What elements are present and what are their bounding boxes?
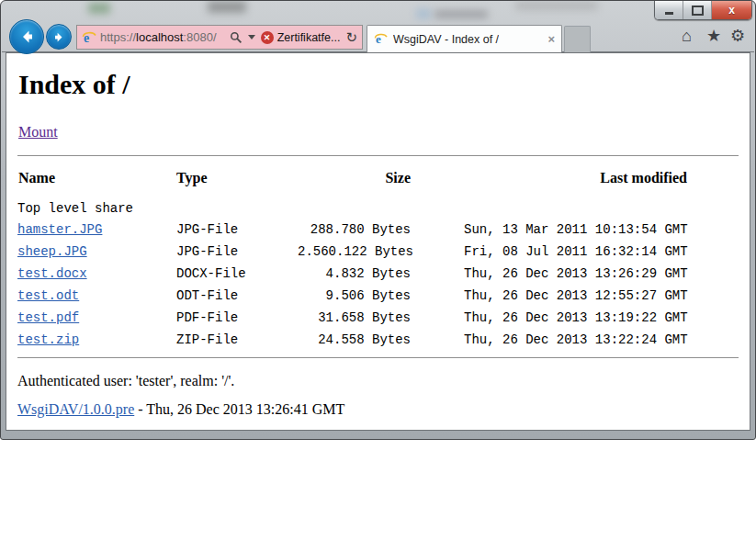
settings-gear-icon[interactable]: ⚙ (730, 27, 745, 45)
wsgidav-version-link[interactable]: WsgiDAV/1.0.0.pre (17, 401, 134, 417)
certificate-error-button[interactable]: Zertifikatfe... (277, 31, 341, 44)
file-link[interactable]: test.odt (17, 285, 176, 307)
glass-blur-blob (208, 1, 246, 13)
mount-link[interactable]: Mount (18, 124, 58, 141)
divider (17, 155, 739, 156)
page-title: Index of / (18, 71, 739, 98)
server-timestamp: - Thu, 26 Dec 2013 13:26:41 GMT (134, 401, 344, 417)
tab-title: WsgiDAV - Index of / (393, 33, 499, 46)
file-modified: Sun, 13 Mar 2011 10:13:54 GMT (464, 219, 688, 241)
search-dropdown-caret-icon[interactable] (248, 35, 255, 39)
file-type: JPG-File (176, 219, 298, 241)
url-port-path: :8080/ (183, 30, 216, 44)
ie-favicon: e (374, 32, 388, 46)
page-content: Index of / Mount Name Type Size Last mod… (6, 52, 750, 431)
refresh-icon[interactable]: ↻ (345, 30, 357, 44)
file-modified: Thu, 26 Dec 2013 13:22:24 GMT (464, 329, 688, 351)
home-icon[interactable]: ⌂ (682, 27, 692, 45)
file-link[interactable]: sheep.JPG (17, 241, 176, 263)
address-bar[interactable]: e https://localhost:8080/ ✕ Zertifikatfe… (76, 25, 363, 50)
file-size: 288.780 Bytes (298, 219, 411, 241)
file-modified: Thu, 26 Dec 2013 13:19:22 GMT (464, 307, 688, 329)
file-type: ZIP-File (176, 329, 298, 351)
column-header-size: Size (298, 170, 411, 186)
file-type: ODT-File (176, 285, 298, 307)
table-row: test.odt ODT-File 9.506 Bytes Thu, 26 De… (17, 285, 739, 307)
file-modified: Thu, 26 Dec 2013 13:26:29 GMT (464, 263, 688, 285)
close-icon: x (728, 4, 735, 17)
window-controls: x (654, 1, 752, 20)
url-text: https://localhost:8080/ (100, 30, 217, 44)
navigation-bar: e https://localhost:8080/ ✕ Zertifikatfe… (2, 21, 754, 52)
maximize-button[interactable] (683, 1, 712, 19)
file-modified: Thu, 26 Dec 2013 12:55:27 GMT (464, 285, 688, 307)
share-label: Top level share (17, 198, 739, 219)
maximize-icon (692, 6, 704, 16)
file-size: 31.658 Bytes (298, 307, 411, 329)
table-header-row: Name Type Size Last modified (17, 170, 739, 190)
file-link[interactable]: test.docx (17, 263, 176, 285)
favorites-star-icon[interactable]: ★ (706, 27, 721, 45)
glass-blur-blob (88, 3, 110, 14)
file-link[interactable]: hamster.JPG (17, 219, 176, 241)
forward-button[interactable] (46, 24, 72, 50)
file-type: PDF-File (176, 307, 298, 329)
table-row: hamster.JPG JPG-File 288.780 Bytes Sun, … (17, 219, 739, 241)
file-link[interactable]: test.zip (17, 329, 176, 351)
forward-arrow-icon (52, 30, 66, 44)
back-arrow-icon (17, 28, 36, 46)
table-row: sheep.JPG JPG-File 2.560.122 Bytes Fri, … (17, 241, 739, 263)
glass-blur-blob (416, 8, 431, 19)
column-header-name: Name (18, 170, 55, 186)
table-row: test.docx DOCX-File 4.832 Bytes Thu, 26 … (17, 263, 739, 285)
file-size: 9.506 Bytes (298, 285, 411, 307)
certificate-error-icon: ✕ (261, 31, 274, 44)
search-icon[interactable] (230, 31, 243, 44)
tab-wsgidav[interactable]: e WsgiDAV - Index of / × (367, 25, 562, 52)
url-scheme: https:// (100, 30, 136, 44)
file-link[interactable]: test.pdf (17, 307, 176, 329)
new-tab-button[interactable] (564, 26, 591, 52)
table-row: test.pdf PDF-File 31.658 Bytes Thu, 26 D… (17, 307, 739, 329)
close-window-button[interactable]: x (712, 1, 751, 19)
file-modified: Fri, 08 Jul 2011 16:32:14 GMT (464, 241, 688, 263)
minimize-button[interactable] (655, 1, 683, 19)
table-row: test.zip ZIP-File 24.558 Bytes Thu, 26 D… (17, 329, 739, 351)
tab-close-icon[interactable]: × (547, 32, 555, 46)
glass-blur-blob (515, 1, 598, 10)
url-host: localhost (136, 30, 183, 44)
file-type: JPG-File (176, 241, 298, 263)
minimize-icon (665, 12, 673, 15)
file-type: DOCX-File (176, 263, 298, 285)
auth-status-text: Authenticated user: 'tester', realm: '/'… (17, 373, 739, 389)
column-header-type: Type (176, 170, 207, 186)
divider (17, 357, 739, 358)
file-size: 4.832 Bytes (298, 263, 411, 285)
file-size: 24.558 Bytes (298, 329, 411, 351)
glass-blur-blob (434, 10, 488, 18)
browser-window: x e https://localhost:8080/ (0, 0, 756, 440)
column-header-last-modified: Last modified (502, 170, 687, 186)
back-button[interactable] (9, 19, 44, 54)
server-signature: WsgiDAV/1.0.0.pre - Thu, 26 Dec 2013 13:… (17, 401, 739, 418)
ie-favicon: e (82, 30, 96, 45)
file-size: 2.560.122 Bytes (298, 241, 411, 263)
